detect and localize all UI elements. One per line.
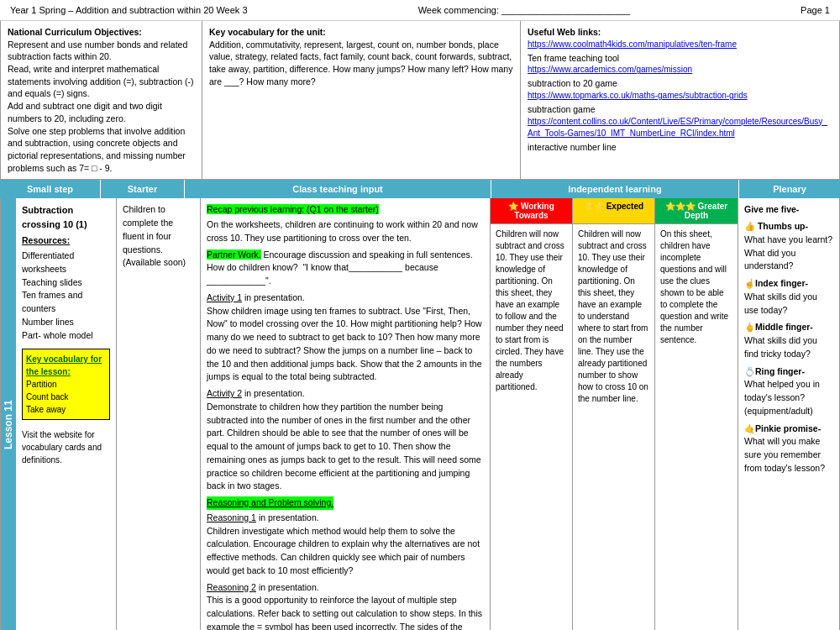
plenary-ring: 💍Ring finger- What helped you in today's… xyxy=(744,365,833,418)
middle-label: Middle finger- xyxy=(755,322,813,332)
greater-depth-content: On this sheet, children have incomplete … xyxy=(655,224,738,630)
links-title: Useful Web links: xyxy=(528,27,601,37)
small-step-resources: Differentiated worksheetsTeaching slides… xyxy=(22,249,110,342)
col-header-plenary: Plenary xyxy=(739,180,840,198)
plenary-middle: 🖕Middle finger- What skills did you find… xyxy=(744,321,833,360)
vocab-box-label: Key vocabulary for the lesson: xyxy=(26,353,106,378)
vocab-cell: Key vocabulary for the unit: Addition, c… xyxy=(202,21,521,179)
recap-highlight: Recap previous learning: (Q1 on the star… xyxy=(207,204,379,214)
link-4[interactable]: https://content.collins.co.uk/Content/Li… xyxy=(528,116,832,139)
link-3[interactable]: https://www.topmarks.co.uk/maths-games/s… xyxy=(528,90,832,102)
top-info-row: National Curriculum Objectives: Represen… xyxy=(0,21,840,180)
link-3-desc: subtraction game xyxy=(528,104,596,114)
objectives-cell: National Curriculum Objectives: Represen… xyxy=(1,21,202,179)
link-1[interactable]: https://www.coolmath4kids.com/manipulati… xyxy=(528,39,832,50)
header-title: Year 1 Spring – Addition and subtraction… xyxy=(10,5,248,15)
pinkie-icon: 🤙 xyxy=(744,423,755,433)
indep-content-row: Children will now subtract and cross 10.… xyxy=(491,224,738,630)
reasoning2-label: Reasoning 2 xyxy=(207,582,256,592)
objectives-text: Represent and use number bonds and relat… xyxy=(8,39,193,173)
visit-text: Visit the website for vocabulary cards a… xyxy=(22,428,110,466)
link-4-desc: interactive number line xyxy=(528,142,617,152)
recap-text: On the worksheets, children are continui… xyxy=(207,218,484,245)
sub-header-greater-depth: ⭐⭐⭐ Greater Depth xyxy=(655,198,738,223)
link-2-desc: subtraction to 20 game xyxy=(528,78,617,88)
plenary-pinkie: 🤙Pinkie promise- What will you make sure… xyxy=(744,423,833,475)
column-headers: Small step Starter Class teaching input … xyxy=(0,180,840,198)
activity2: Activity 2 in presentation. Demonstrate … xyxy=(207,387,484,493)
links-cell: Useful Web links: https://www.coolmath4k… xyxy=(521,21,839,179)
recap-label: Recap previous learning: (Q1 on the star… xyxy=(207,203,484,217)
star-working-towards: ⭐ xyxy=(508,202,518,211)
starter-col: Children to complete the fluent in four … xyxy=(117,198,201,630)
main-content: Lesson 11 Subtraction crossing 10 (1) Re… xyxy=(0,198,840,630)
link-2[interactable]: https://www.arcademics.com/games/mission xyxy=(528,64,832,76)
thumb-icon: 👍 xyxy=(744,221,755,231)
indep-subheader-row: ⭐ Working Towards ⭐⭐ Expected ⭐⭐⭐ Greate… xyxy=(491,198,738,224)
col-header-indep-learning: Independent learning xyxy=(491,180,739,198)
reasoning2: Reasoning 2 in presentation. This is a g… xyxy=(207,581,484,631)
index-label: Index finger- xyxy=(755,278,808,288)
thumb-label: Thumbs up- xyxy=(758,221,808,231)
plenary-intro: Give me five- xyxy=(744,203,833,217)
pinkie-label: Pinkie promise- xyxy=(755,423,821,433)
index-icon: ☝ xyxy=(744,278,755,288)
header-week: Week commencing: _______________________… xyxy=(418,5,630,15)
ring-label: Ring finger- xyxy=(755,366,805,376)
class-teaching-col: Recap previous learning: (Q1 on the star… xyxy=(201,198,491,630)
partner-work-label: Partner Work. xyxy=(207,249,261,260)
col-header-starter: Starter xyxy=(101,180,185,198)
plenary-thumb: 👍 Thumbs up- What have you learnt? What … xyxy=(744,220,833,273)
sub-header-expected: ⭐⭐ Expected xyxy=(573,198,655,223)
starter-text: Children to complete the fluent in four … xyxy=(123,203,194,270)
star-greater-depth: ⭐⭐⭐ xyxy=(665,202,696,211)
indep-col: ⭐ Working Towards ⭐⭐ Expected ⭐⭐⭐ Greate… xyxy=(491,198,738,630)
small-step-resources-label: Resources: xyxy=(22,234,110,248)
small-step-title: Subtraction crossing 10 (1) xyxy=(22,203,110,231)
middle-icon: 🖕 xyxy=(744,322,755,332)
vocab-box: Key vocabulary for the lesson: Partition… xyxy=(22,349,110,420)
objectives-title: National Curriculum Objectives: xyxy=(8,27,142,37)
activity2-label: Activity 2 xyxy=(207,388,242,398)
activity1: Activity 1 in presentation. Show childre… xyxy=(207,291,484,384)
vocab-box-items: PartitionCount backTake away xyxy=(26,378,106,416)
page-header: Year 1 Spring – Addition and subtraction… xyxy=(0,0,840,21)
vocab-title: Key vocabulary for the unit: xyxy=(209,27,326,37)
expected-content: Children will now subtract and cross 10.… xyxy=(573,224,655,630)
col-header-class-teaching: Class teaching input xyxy=(185,180,491,198)
vocab-text: Addition, commutativity, represent, larg… xyxy=(209,39,512,87)
reasoning-label: Reasoning and Problem solving. xyxy=(207,496,333,510)
working-towards-content: Children will now subtract and cross 10.… xyxy=(491,224,573,630)
partner-work: Partner Work. Encourage discussion and s… xyxy=(207,249,484,288)
reasoning1: Reasoning 1 in presentation. Children in… xyxy=(207,512,484,578)
activity1-label: Activity 1 xyxy=(207,292,242,302)
link-1-desc: Ten frame teaching tool xyxy=(528,53,619,63)
sub-header-working-towards: ⭐ Working Towards xyxy=(491,198,573,223)
col-header-small-step: Small step xyxy=(0,180,101,198)
small-step-col: Subtraction crossing 10 (1) Resources: D… xyxy=(16,198,117,630)
star-expected: ⭐⭐ xyxy=(584,202,604,211)
plenary-col: Give me five- 👍 Thumbs up- What have you… xyxy=(738,198,839,630)
reasoning1-label: Reasoning 1 xyxy=(207,512,256,522)
ring-icon: 💍 xyxy=(744,366,755,376)
plenary-index: ☝Index finger- What skills did you use t… xyxy=(744,277,833,317)
header-page: Page 1 xyxy=(801,5,830,15)
lesson-label: Lesson 11 xyxy=(1,198,16,630)
